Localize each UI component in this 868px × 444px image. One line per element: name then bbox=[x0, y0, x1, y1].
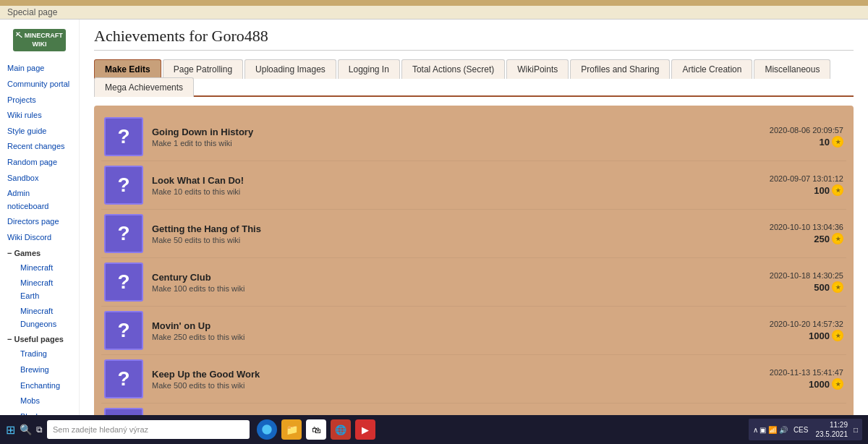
question-mark-icon: ? bbox=[117, 222, 129, 245]
task-view-icon[interactable]: ⧉ bbox=[36, 424, 43, 435]
special-page-label: Special page bbox=[7, 7, 57, 17]
achievement-icon: ? bbox=[104, 359, 143, 398]
coin-icon: ★ bbox=[832, 233, 843, 244]
achievement-desc: Make 50 edits to this wiki bbox=[152, 236, 728, 244]
sidebar-item-random-page[interactable]: Random page bbox=[0, 155, 79, 171]
achievement-icon: ? bbox=[104, 311, 143, 350]
top-decorative-bar bbox=[0, 0, 868, 6]
sidebar-item-enchanting[interactable]: Enchanting bbox=[13, 378, 79, 394]
tab-total-actions-secret[interactable]: Total Actions (Secret) bbox=[401, 59, 505, 79]
sidebar-item-community-portal[interactable]: Community portal bbox=[0, 77, 79, 93]
reward-points: 100 ★ bbox=[728, 184, 843, 196]
sidebar-item-brewing[interactable]: Brewing bbox=[13, 362, 79, 378]
notification-icon[interactable]: □ bbox=[854, 426, 858, 434]
achievement-title: Movin' on Up bbox=[152, 320, 728, 331]
sidebar-item-minecraft-dungeons[interactable]: Minecraft Dungeons bbox=[13, 304, 79, 332]
sidebar-item-style-guide[interactable]: Style guide bbox=[0, 124, 79, 140]
achievement-desc: Make 250 edits to this wiki bbox=[152, 333, 728, 341]
reward-points: 10 ★ bbox=[728, 136, 843, 148]
search-icon-taskbar[interactable]: 🔍 bbox=[20, 424, 32, 435]
tray-icons: ∧ ▣ 📶 🔊 bbox=[753, 426, 788, 434]
reward-points: 1000 ★ bbox=[728, 378, 843, 390]
achievement-desc: Make 100 edits to this wiki bbox=[152, 284, 728, 293]
sidebar-item-wiki-rules[interactable]: Wiki rules bbox=[0, 108, 79, 124]
achievement-title: Century Club bbox=[152, 272, 728, 283]
sidebar-item-minecraft[interactable]: Minecraft bbox=[13, 260, 79, 276]
sidebar-item-minecraft-earth[interactable]: Minecraft Earth bbox=[13, 276, 79, 304]
content-area: Achievements for Goro488 Make EditsPage … bbox=[80, 20, 868, 415]
coin-icon: ★ bbox=[832, 378, 843, 390]
games-section-header[interactable]: Games bbox=[0, 246, 79, 260]
coin-icon: ★ bbox=[832, 136, 843, 148]
sidebar-item-main-page[interactable]: Main page bbox=[0, 61, 79, 77]
page-title: Achievements for Goro488 bbox=[94, 27, 854, 51]
useful-pages-section-header[interactable]: Useful pages bbox=[0, 332, 79, 346]
tab-miscellaneous[interactable]: Miscellaneous bbox=[754, 59, 830, 79]
achievement-row: ? Movin' on Up Make 250 edits to this wi… bbox=[101, 307, 846, 355]
chrome-icon[interactable]: 🌐 bbox=[331, 419, 351, 440]
coin-icon: ★ bbox=[832, 184, 843, 196]
taskbar-search-bar[interactable]: Sem zadejte hledaný výraz bbox=[47, 420, 250, 439]
achievement-desc: Make 10 edits to this wiki bbox=[152, 187, 728, 196]
question-mark-icon: ? bbox=[117, 174, 129, 197]
edge-icon[interactable] bbox=[257, 419, 277, 440]
store-icon[interactable]: 🛍 bbox=[306, 419, 326, 440]
sidebar-navigation: Main page Community portal Projects Wiki… bbox=[0, 61, 79, 415]
sidebar-item-admin-noticeboard[interactable]: Admin noticeboard bbox=[0, 186, 79, 214]
achievement-title: Going Down in History bbox=[152, 127, 728, 137]
useful-pages-subsection: Trading Brewing Enchanting Mobs Blocks I… bbox=[0, 346, 79, 415]
question-mark-icon: ? bbox=[117, 125, 129, 148]
achievement-desc: Make 500 edits to this wiki bbox=[152, 381, 728, 390]
coin-icon: ★ bbox=[832, 330, 843, 341]
tab-article-creation[interactable]: Article Creation bbox=[671, 59, 752, 79]
system-tray: ∧ ▣ 📶 🔊 CES 11:29 23.5.2021 □ bbox=[749, 419, 862, 440]
achievement-info: Movin' on Up Make 250 edits to this wiki bbox=[152, 320, 728, 341]
achievement-row: ? Getting the Hang of This Make 50 edits… bbox=[101, 210, 846, 258]
tab-mega-achievements[interactable]: Mega Achievements bbox=[94, 77, 194, 97]
tab-wikipoints[interactable]: WikiPoints bbox=[506, 59, 569, 79]
achievements-container: ? Going Down in History Make 1 edit to t… bbox=[94, 106, 854, 415]
tab-uploading-images[interactable]: Uploading Images bbox=[244, 59, 336, 79]
sidebar-item-sandbox[interactable]: Sandbox bbox=[0, 171, 79, 187]
sidebar-item-recent-changes[interactable]: Recent changes bbox=[0, 139, 79, 155]
reward-points: 500 ★ bbox=[728, 281, 843, 293]
sidebar-item-trading[interactable]: Trading bbox=[13, 346, 79, 362]
sidebar-item-mobs[interactable]: Mobs bbox=[13, 393, 79, 409]
achievement-reward: 2020-10-18 14:30:25 500 ★ bbox=[728, 271, 843, 293]
achievement-icon: ? bbox=[104, 262, 143, 302]
achievement-info: Getting the Hang of This Make 50 edits t… bbox=[152, 223, 728, 244]
games-subsection: Minecraft Minecraft Earth Minecraft Dung… bbox=[0, 260, 79, 333]
achievement-reward: 2020-10-10 13:04:36 250 ★ bbox=[728, 223, 843, 244]
clock-display: 11:29 23.5.2021 bbox=[815, 420, 848, 439]
sidebar-item-blocks[interactable]: Blocks bbox=[13, 409, 79, 415]
achievement-info: Look What I Can Do! Make 10 edits to thi… bbox=[152, 175, 728, 196]
coin-icon: ★ bbox=[832, 281, 843, 293]
reward-points: 250 ★ bbox=[728, 233, 843, 244]
achievement-icon: ? bbox=[104, 166, 143, 205]
achievement-icon: ? bbox=[104, 214, 143, 253]
achievement-title: Getting the Hang of This bbox=[152, 223, 728, 234]
tabs-container: Make EditsPage PatrollingUploading Image… bbox=[94, 59, 854, 97]
reward-date: 2020-09-07 13:01:12 bbox=[728, 174, 843, 183]
question-mark-icon: ? bbox=[117, 270, 129, 294]
folder-icon-taskbar[interactable]: 📁 bbox=[281, 419, 302, 440]
achievement-title: Look What I Can Do! bbox=[152, 175, 728, 186]
achievement-info: Going Down in History Make 1 edit to thi… bbox=[152, 127, 728, 148]
logo-text: ⛏ MINECRAFTWIKI bbox=[13, 29, 66, 51]
tab-page-patrolling[interactable]: Page Patrolling bbox=[163, 59, 243, 79]
reward-date: 2020-10-10 13:04:36 bbox=[728, 223, 843, 231]
app-icon-red[interactable]: ▶ bbox=[355, 419, 375, 440]
tab-logging-in[interactable]: Logging In bbox=[338, 59, 400, 79]
sidebar-item-directors-page[interactable]: Directors page bbox=[0, 214, 79, 230]
sidebar-item-wiki-discord[interactable]: Wiki Discord bbox=[0, 230, 79, 246]
windows-icon[interactable]: ⊞ bbox=[6, 423, 15, 437]
question-mark-icon: ? bbox=[117, 319, 129, 342]
achievement-row: ? Keep Up the Good Work Make 500 edits t… bbox=[101, 355, 846, 404]
sidebar-item-projects[interactable]: Projects bbox=[0, 93, 79, 108]
reward-date: 2020-11-13 15:41:47 bbox=[728, 368, 843, 377]
site-logo[interactable]: ⛏ MINECRAFTWIKI bbox=[0, 25, 79, 55]
achievement-desc: Make 1 edit to this wiki bbox=[152, 139, 728, 148]
tab-profiles-and-sharing[interactable]: Profiles and Sharing bbox=[570, 59, 670, 79]
tab-make-edits[interactable]: Make Edits bbox=[94, 59, 161, 79]
achievement-icon: ? bbox=[104, 408, 143, 415]
